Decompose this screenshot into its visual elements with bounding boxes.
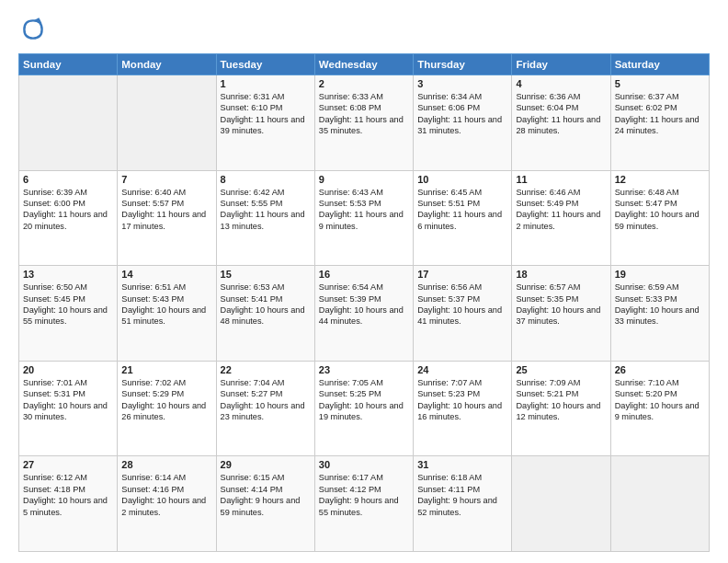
calendar-cell: 30Sunrise: 6:17 AMSunset: 4:12 PMDayligh… xyxy=(314,456,413,552)
day-number: 31 xyxy=(417,459,507,470)
cell-content: Sunrise: 6:51 AMSunset: 5:43 PMDaylight:… xyxy=(121,282,211,327)
calendar-cell: 28Sunrise: 6:14 AMSunset: 4:16 PMDayligh… xyxy=(118,456,216,552)
day-number: 12 xyxy=(615,174,705,185)
week-row-2: 6Sunrise: 6:39 AMSunset: 6:00 PMDaylight… xyxy=(19,170,710,266)
calendar-cell: 27Sunrise: 6:12 AMSunset: 4:18 PMDayligh… xyxy=(19,456,118,552)
day-number: 10 xyxy=(417,174,507,185)
cell-content: Sunrise: 7:05 AMSunset: 5:25 PMDaylight:… xyxy=(319,377,409,423)
day-number: 29 xyxy=(221,459,311,470)
cell-content: Sunrise: 6:12 AMSunset: 4:18 PMDaylight:… xyxy=(23,472,113,518)
cell-content: Sunrise: 6:14 AMSunset: 4:16 PMDaylight:… xyxy=(121,472,211,518)
calendar-cell: 6Sunrise: 6:39 AMSunset: 6:00 PMDaylight… xyxy=(19,170,118,266)
calendar-cell: 12Sunrise: 6:48 AMSunset: 5:47 PMDayligh… xyxy=(610,170,709,266)
calendar-cell: 17Sunrise: 6:56 AMSunset: 5:37 PMDayligh… xyxy=(414,266,512,362)
day-number: 4 xyxy=(516,78,606,89)
cell-content: Sunrise: 6:59 AMSunset: 5:33 PMDaylight:… xyxy=(615,282,705,327)
calendar-cell: 5Sunrise: 6:37 AMSunset: 6:02 PMDaylight… xyxy=(610,75,709,171)
day-number: 16 xyxy=(319,269,409,280)
week-row-1: 1Sunrise: 6:31 AMSunset: 6:10 PMDaylight… xyxy=(19,75,710,171)
cell-content: Sunrise: 6:54 AMSunset: 5:39 PMDaylight:… xyxy=(319,282,409,327)
day-number: 18 xyxy=(516,269,606,280)
calendar-cell: 1Sunrise: 6:31 AMSunset: 6:10 PMDaylight… xyxy=(216,75,314,171)
cell-content: Sunrise: 6:45 AMSunset: 5:51 PMDaylight:… xyxy=(417,187,507,233)
calendar-cell: 19Sunrise: 6:59 AMSunset: 5:33 PMDayligh… xyxy=(610,266,709,362)
day-number: 13 xyxy=(23,269,113,280)
calendar-cell: 3Sunrise: 6:34 AMSunset: 6:06 PMDaylight… xyxy=(414,75,512,171)
weekday-header-saturday: Saturday xyxy=(610,54,709,75)
day-number: 11 xyxy=(516,174,606,185)
day-number: 22 xyxy=(221,364,311,375)
cell-content: Sunrise: 7:09 AMSunset: 5:21 PMDaylight:… xyxy=(516,377,606,423)
calendar-cell: 23Sunrise: 7:05 AMSunset: 5:25 PMDayligh… xyxy=(314,361,413,456)
cell-content: Sunrise: 7:10 AMSunset: 5:20 PMDaylight:… xyxy=(615,377,705,423)
logo-icon xyxy=(18,15,48,44)
cell-content: Sunrise: 7:04 AMSunset: 5:27 PMDaylight:… xyxy=(221,377,311,423)
calendar-cell: 20Sunrise: 7:01 AMSunset: 5:31 PMDayligh… xyxy=(19,361,118,456)
calendar-cell xyxy=(512,456,610,552)
cell-content: Sunrise: 6:42 AMSunset: 5:55 PMDaylight:… xyxy=(221,187,311,233)
logo xyxy=(18,15,51,44)
calendar-cell: 16Sunrise: 6:54 AMSunset: 5:39 PMDayligh… xyxy=(314,266,413,362)
cell-content: Sunrise: 7:02 AMSunset: 5:29 PMDaylight:… xyxy=(121,377,211,423)
cell-content: Sunrise: 6:39 AMSunset: 6:00 PMDaylight:… xyxy=(23,187,113,233)
cell-content: Sunrise: 6:15 AMSunset: 4:14 PMDaylight:… xyxy=(221,472,311,518)
day-number: 8 xyxy=(221,174,311,185)
day-number: 26 xyxy=(615,364,705,375)
calendar-cell: 26Sunrise: 7:10 AMSunset: 5:20 PMDayligh… xyxy=(610,361,709,456)
day-number: 25 xyxy=(516,364,606,375)
cell-content: Sunrise: 6:18 AMSunset: 4:11 PMDaylight:… xyxy=(417,472,507,518)
calendar-cell: 29Sunrise: 6:15 AMSunset: 4:14 PMDayligh… xyxy=(216,456,314,552)
calendar-cell: 15Sunrise: 6:53 AMSunset: 5:41 PMDayligh… xyxy=(216,266,314,362)
cell-content: Sunrise: 6:57 AMSunset: 5:35 PMDaylight:… xyxy=(516,282,606,327)
cell-content: Sunrise: 6:46 AMSunset: 5:49 PMDaylight:… xyxy=(516,187,606,233)
cell-content: Sunrise: 6:48 AMSunset: 5:47 PMDaylight:… xyxy=(615,187,705,233)
day-number: 1 xyxy=(221,78,311,89)
weekday-header-monday: Monday xyxy=(118,54,216,75)
day-number: 20 xyxy=(23,364,113,375)
page: SundayMondayTuesdayWednesdayThursdayFrid… xyxy=(0,0,728,563)
calendar-cell xyxy=(610,456,709,552)
calendar-cell: 22Sunrise: 7:04 AMSunset: 5:27 PMDayligh… xyxy=(216,361,314,456)
calendar-cell xyxy=(19,75,118,171)
calendar-cell: 10Sunrise: 6:45 AMSunset: 5:51 PMDayligh… xyxy=(414,170,512,266)
calendar-cell: 11Sunrise: 6:46 AMSunset: 5:49 PMDayligh… xyxy=(512,170,610,266)
cell-content: Sunrise: 6:31 AMSunset: 6:10 PMDaylight:… xyxy=(221,91,311,137)
cell-content: Sunrise: 6:34 AMSunset: 6:06 PMDaylight:… xyxy=(417,91,507,137)
calendar-cell: 24Sunrise: 7:07 AMSunset: 5:23 PMDayligh… xyxy=(414,361,512,456)
day-number: 14 xyxy=(121,269,211,280)
cell-content: Sunrise: 6:40 AMSunset: 5:57 PMDaylight:… xyxy=(121,187,211,233)
day-number: 24 xyxy=(417,364,507,375)
day-number: 27 xyxy=(23,459,113,470)
weekday-header-sunday: Sunday xyxy=(19,54,118,75)
weekday-header-wednesday: Wednesday xyxy=(314,54,413,75)
day-number: 15 xyxy=(221,269,311,280)
weekday-header-thursday: Thursday xyxy=(414,54,512,75)
calendar-cell: 13Sunrise: 6:50 AMSunset: 5:45 PMDayligh… xyxy=(19,266,118,362)
day-number: 2 xyxy=(319,78,409,89)
calendar-cell: 25Sunrise: 7:09 AMSunset: 5:21 PMDayligh… xyxy=(512,361,610,456)
calendar-cell: 14Sunrise: 6:51 AMSunset: 5:43 PMDayligh… xyxy=(118,266,216,362)
cell-content: Sunrise: 7:01 AMSunset: 5:31 PMDaylight:… xyxy=(23,377,113,423)
cell-content: Sunrise: 7:07 AMSunset: 5:23 PMDaylight:… xyxy=(417,377,507,423)
header xyxy=(18,15,710,44)
cell-content: Sunrise: 6:17 AMSunset: 4:12 PMDaylight:… xyxy=(319,472,409,518)
cell-content: Sunrise: 6:43 AMSunset: 5:53 PMDaylight:… xyxy=(319,187,409,233)
day-number: 21 xyxy=(121,364,211,375)
day-number: 3 xyxy=(417,78,507,89)
day-number: 30 xyxy=(319,459,409,470)
day-number: 9 xyxy=(319,174,409,185)
calendar-cell: 9Sunrise: 6:43 AMSunset: 5:53 PMDaylight… xyxy=(314,170,413,266)
cell-content: Sunrise: 6:36 AMSunset: 6:04 PMDaylight:… xyxy=(516,91,606,137)
day-number: 28 xyxy=(121,459,211,470)
day-number: 7 xyxy=(121,174,211,185)
cell-content: Sunrise: 6:53 AMSunset: 5:41 PMDaylight:… xyxy=(221,282,311,327)
day-number: 5 xyxy=(615,78,705,89)
calendar-cell: 31Sunrise: 6:18 AMSunset: 4:11 PMDayligh… xyxy=(414,456,512,552)
cell-content: Sunrise: 6:37 AMSunset: 6:02 PMDaylight:… xyxy=(615,91,705,137)
weekday-header-friday: Friday xyxy=(512,54,610,75)
weekday-header-tuesday: Tuesday xyxy=(216,54,314,75)
calendar-cell xyxy=(118,75,216,171)
weekday-header-row: SundayMondayTuesdayWednesdayThursdayFrid… xyxy=(19,54,710,75)
cell-content: Sunrise: 6:33 AMSunset: 6:08 PMDaylight:… xyxy=(319,91,409,137)
day-number: 19 xyxy=(615,269,705,280)
